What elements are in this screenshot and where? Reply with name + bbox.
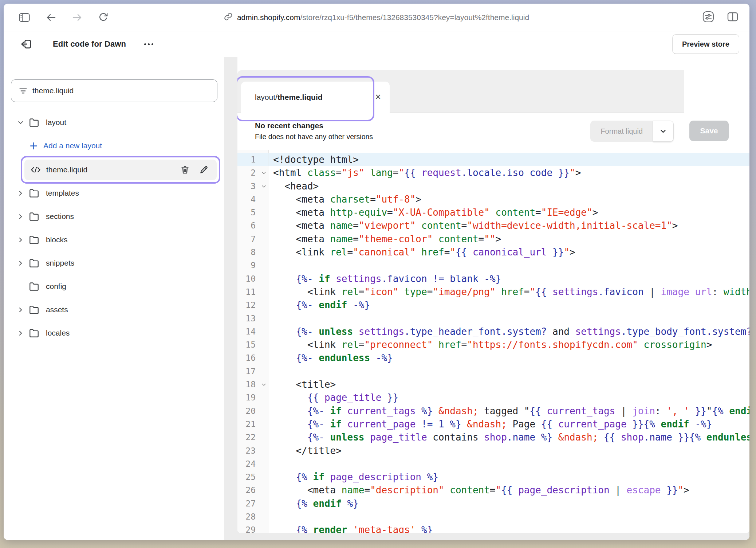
sidebar-item-config[interactable]: config bbox=[4, 275, 224, 298]
code-line-text[interactable]: {{ page_title }} bbox=[268, 391, 749, 404]
chevron-right-icon[interactable] bbox=[17, 306, 29, 314]
sidebar-item-theme-liquid[interactable]: theme.liquid bbox=[24, 160, 217, 180]
code-line-text[interactable]: {%- if settings.favicon != blank -%} bbox=[268, 272, 749, 285]
code-line-text[interactable]: <!doctype html> bbox=[268, 153, 749, 166]
reload-icon[interactable] bbox=[98, 12, 108, 22]
sidebar-item-sections[interactable]: sections bbox=[4, 205, 224, 228]
file-filter-input[interactable] bbox=[11, 86, 217, 95]
code-line[interactable]: 7 <meta name="theme-color" content=""> bbox=[237, 232, 749, 246]
code-line[interactable]: 29 {% render 'meta-tags' %} bbox=[237, 523, 749, 533]
browser-settings-icon[interactable] bbox=[702, 11, 714, 24]
add-new-layout-button[interactable]: Add a new layout bbox=[4, 134, 224, 157]
overflow-menu-icon[interactable] bbox=[144, 43, 153, 45]
code-line[interactable]: 11 <link rel="icon" type="image/png" hre… bbox=[237, 285, 749, 298]
code-line[interactable]: 3 <head> bbox=[237, 180, 749, 193]
code-line[interactable]: 19 {{ page_title }} bbox=[237, 391, 749, 404]
sidebar-item-layout[interactable]: layout bbox=[4, 111, 224, 134]
tab-theme-liquid[interactable]: layout/theme.liquid × bbox=[241, 82, 390, 113]
code-line[interactable]: 10 {%- if settings.favicon != blank -%} bbox=[237, 272, 749, 285]
code-line[interactable]: 2<html class="js" lang="{{ request.local… bbox=[237, 166, 749, 179]
code-line-text[interactable]: {% endif %} bbox=[268, 497, 749, 510]
sidebar-item-assets[interactable]: assets bbox=[4, 298, 224, 321]
fold-chevron-icon[interactable] bbox=[261, 180, 267, 193]
address-bar[interactable]: admin.shopify.com/store/rzq1xu-f5/themes… bbox=[224, 12, 529, 23]
code-line[interactable]: 21 {%- if current_page != 1 %} &ndash; P… bbox=[237, 418, 749, 431]
chevron-down-icon[interactable] bbox=[653, 121, 674, 142]
split-view-icon[interactable] bbox=[727, 12, 739, 23]
code-line[interactable]: 13 bbox=[237, 312, 749, 325]
line-number: 11 bbox=[237, 285, 268, 298]
code-line-text[interactable]: {%- if current_tags %} &ndash; tagged "{… bbox=[268, 404, 749, 418]
filter-icon bbox=[19, 86, 28, 95]
preview-store-button[interactable]: Preview store bbox=[672, 34, 739, 54]
code-line-text[interactable]: {%- unless settings.type_header_font.sys… bbox=[268, 325, 749, 338]
code-line[interactable]: 24 bbox=[237, 457, 749, 470]
code-line[interactable]: 15 <link rel="preconnect" href="https://… bbox=[237, 338, 749, 351]
code-line-text[interactable]: <meta charset="utf-8"> bbox=[268, 193, 749, 206]
fold-chevron-icon[interactable] bbox=[261, 378, 267, 391]
code-line[interactable]: 25 {% if page_description %} bbox=[237, 470, 749, 484]
sidebar-toggle-icon[interactable] bbox=[19, 13, 30, 22]
code-line[interactable]: 22 {%- unless page_title contains shop.n… bbox=[237, 431, 749, 444]
code-line-text[interactable]: <link rel="canonical" href="{{ canonical… bbox=[268, 246, 749, 259]
code-line[interactable]: 8 <link rel="canonical" href="{{ canonic… bbox=[237, 246, 749, 259]
code-line-text[interactable] bbox=[268, 510, 749, 523]
code-line-text[interactable]: <title> bbox=[268, 378, 749, 391]
code-line[interactable]: 27 {% endif %} bbox=[237, 497, 749, 510]
code-line-text[interactable]: <link rel="icon" type="image/png" href="… bbox=[268, 285, 749, 298]
code-line[interactable]: 16 {%- endunless -%} bbox=[237, 351, 749, 364]
code-line[interactable]: 20 {%- if current_tags %} &ndash; tagged… bbox=[237, 404, 749, 418]
code-line-text[interactable]: {%- if current_page != 1 %} &ndash; Page… bbox=[268, 418, 749, 431]
format-liquid-button[interactable]: Format liquid bbox=[590, 121, 674, 142]
code-line-text[interactable]: {%- endif -%} bbox=[268, 298, 749, 312]
code-line-text[interactable]: <meta name="theme-color" content=""> bbox=[268, 232, 749, 246]
save-button[interactable]: Save bbox=[689, 121, 729, 141]
code-line[interactable]: 9 bbox=[237, 259, 749, 272]
code-line[interactable]: 1<!doctype html> bbox=[237, 153, 749, 166]
code-line-text[interactable] bbox=[268, 457, 749, 470]
code-line-text[interactable]: <meta http-equiv="X-UA-Compatible" conte… bbox=[268, 206, 749, 219]
code-line-text[interactable]: {% if page_description %} bbox=[268, 470, 749, 484]
code-line[interactable]: 26 <meta name="description" content="{{ … bbox=[237, 484, 749, 497]
code-line-text[interactable]: </title> bbox=[268, 444, 749, 457]
code-line-text[interactable] bbox=[268, 259, 749, 272]
rename-file-icon[interactable] bbox=[199, 165, 209, 175]
code-line-text[interactable] bbox=[268, 365, 749, 378]
exit-icon[interactable] bbox=[20, 38, 32, 50]
code-line-text[interactable]: <head> bbox=[268, 180, 749, 193]
chevron-right-icon[interactable] bbox=[17, 329, 29, 337]
code-line-text[interactable]: {%- unless page_title contains shop.name… bbox=[268, 431, 749, 444]
code-editor[interactable]: 1<!doctype html>2<html class="js" lang="… bbox=[237, 150, 749, 533]
code-line[interactable]: 17 bbox=[237, 365, 749, 378]
delete-file-icon[interactable] bbox=[180, 165, 190, 175]
code-line-text[interactable]: {% render 'meta-tags' %} bbox=[268, 523, 749, 533]
fold-chevron-icon[interactable] bbox=[261, 166, 267, 179]
code-line-text[interactable] bbox=[268, 312, 749, 325]
chevron-right-icon[interactable] bbox=[17, 189, 29, 197]
code-line-text[interactable]: <meta name="description" content="{{ pag… bbox=[268, 484, 749, 497]
code-line[interactable]: 14 {%- unless settings.type_header_font.… bbox=[237, 325, 749, 338]
code-line[interactable]: 12 {%- endif -%} bbox=[237, 298, 749, 312]
close-icon[interactable]: × bbox=[375, 92, 381, 102]
sidebar-item-templates[interactable]: templates bbox=[4, 181, 224, 205]
forward-icon[interactable] bbox=[72, 13, 82, 22]
code-line[interactable]: 28 bbox=[237, 510, 749, 523]
code-line-text[interactable]: {%- endunless -%} bbox=[268, 351, 749, 364]
sidebar-item-blocks[interactable]: blocks bbox=[4, 228, 224, 251]
format-liquid-label[interactable]: Format liquid bbox=[590, 121, 653, 142]
code-line-text[interactable]: <html class="js" lang="{{ request.locale… bbox=[268, 166, 749, 179]
code-line[interactable]: 23 </title> bbox=[237, 444, 749, 457]
code-line[interactable]: 4 <meta charset="utf-8"> bbox=[237, 193, 749, 206]
chevron-right-icon[interactable] bbox=[17, 259, 29, 267]
code-line[interactable]: 5 <meta http-equiv="X-UA-Compatible" con… bbox=[237, 206, 749, 219]
code-line-text[interactable]: <meta name="viewport" content="width=dev… bbox=[268, 219, 749, 232]
sidebar-item-snippets[interactable]: snippets bbox=[4, 251, 224, 275]
code-line-text[interactable]: <link rel="preconnect" href="https://fon… bbox=[268, 338, 749, 351]
chevron-right-icon[interactable] bbox=[17, 213, 29, 220]
chevron-right-icon[interactable] bbox=[17, 236, 29, 244]
code-line[interactable]: 18 <title> bbox=[237, 378, 749, 391]
chevron-down-icon[interactable] bbox=[17, 119, 29, 126]
back-icon[interactable] bbox=[46, 13, 56, 22]
code-line[interactable]: 6 <meta name="viewport" content="width=d… bbox=[237, 219, 749, 232]
sidebar-item-locales[interactable]: locales bbox=[4, 321, 224, 345]
